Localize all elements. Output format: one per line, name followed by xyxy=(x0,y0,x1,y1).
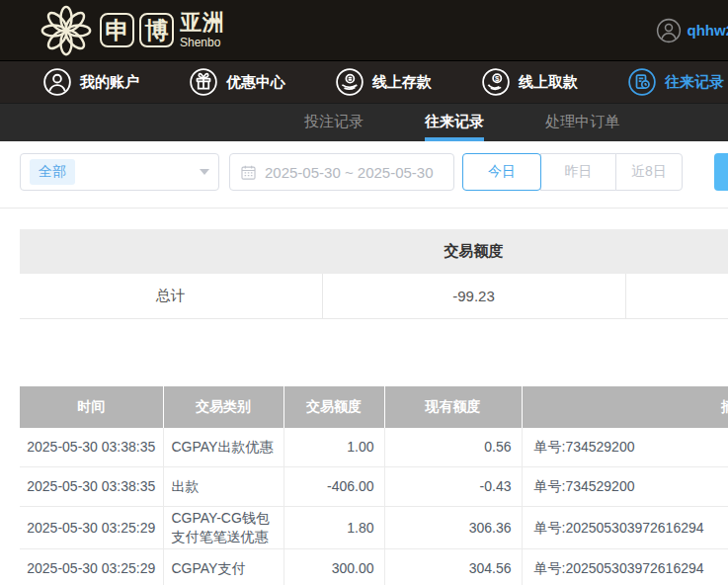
cell-time: 2025-05-30 03:25:29 xyxy=(20,507,163,549)
logo-char-shen: 申 xyxy=(100,13,134,47)
nav-item-promotions[interactable]: 优惠中心 xyxy=(189,67,285,97)
calendar-icon xyxy=(240,164,257,181)
records-table: 时间 交易类别 交易额度 现有额度 摘要 2025-05-30 03:38:35… xyxy=(20,386,728,585)
summary-total-amount: -99.23 xyxy=(322,274,625,318)
cell-balance: 306.36 xyxy=(384,507,522,549)
last-8-days-button[interactable]: 近8日 xyxy=(615,153,683,191)
cell-amount: -406.00 xyxy=(283,467,384,507)
tab-betting-records[interactable]: 投注记录 xyxy=(304,104,364,141)
cell-summary: 单号:734529200 xyxy=(522,428,728,467)
cell-summary: 单号:202505303972616294 xyxy=(522,507,728,549)
section-divider xyxy=(0,208,728,209)
cell-balance: 304.56 xyxy=(384,549,522,585)
flower-logo-icon xyxy=(38,2,95,59)
svg-text:$: $ xyxy=(495,74,500,83)
cell-amount: 1.00 xyxy=(283,428,384,467)
account-menu[interactable]: qhhw2 xyxy=(656,18,728,43)
cell-time: 2025-05-30 03:38:35 xyxy=(20,428,163,467)
cell-summary: 单号:734529200 xyxy=(522,467,728,507)
search-button[interactable] xyxy=(714,153,728,191)
main-nav: 我的账户 优惠中心 线上存款 $ 线上取款 xyxy=(0,61,728,104)
type-filter-select[interactable]: 全部 xyxy=(20,153,219,191)
col-balance: 现有额度 xyxy=(384,386,522,428)
selected-filter-chip: 全部 xyxy=(30,159,75,185)
logo-char-bo: 博 xyxy=(139,13,174,47)
cell-type: 出款 xyxy=(163,467,283,507)
col-summary: 摘要 xyxy=(522,386,728,428)
nav-item-label: 优惠中心 xyxy=(226,73,285,92)
table-row: 2025-05-30 03:25:29 CGPAY支付 300.00 304.5… xyxy=(20,549,728,585)
cell-balance: 0.56 xyxy=(384,428,522,467)
deposit-icon xyxy=(335,67,364,97)
summary-total-extra xyxy=(625,274,728,318)
summary-total-label: 总计 xyxy=(20,274,322,318)
sub-tab-bar: 投注记录 往来记录 处理中订单 xyxy=(0,104,728,141)
summary-header-blank-2 xyxy=(625,229,728,274)
summary-header-blank xyxy=(20,229,322,274)
records-icon xyxy=(627,67,657,97)
records-header-row: 时间 交易类别 交易额度 现有额度 摘要 xyxy=(20,386,728,428)
nav-item-deposit[interactable]: 线上存款 xyxy=(335,67,432,97)
nav-item-label: 线上存款 xyxy=(372,73,432,92)
cell-amount: 1.80 xyxy=(283,507,384,549)
cell-type: CGPAY出款优惠 xyxy=(163,428,283,467)
gift-icon xyxy=(189,67,218,97)
nav-item-label: 线上取款 xyxy=(519,73,578,92)
nav-item-transaction-records[interactable]: 往来记录 xyxy=(627,67,724,97)
summary-total-row: 总计 -99.23 xyxy=(20,274,728,318)
logo-wordmark: 亚洲 Shenbo xyxy=(180,12,225,48)
date-range-value: 2025-05-30 ~ 2025-05-30 xyxy=(265,164,434,181)
table-row: 2025-05-30 03:38:35 CGPAY出款优惠 1.00 0.56 … xyxy=(20,428,728,467)
cell-summary: 单号:202505303972616294 xyxy=(522,549,728,585)
logo-region-text: 亚洲 xyxy=(180,12,225,34)
today-button[interactable]: 今日 xyxy=(462,153,541,191)
withdraw-icon: $ xyxy=(481,67,511,97)
nav-item-withdraw[interactable]: $ 线上取款 xyxy=(481,67,578,97)
avatar-icon xyxy=(656,18,682,43)
tab-transaction-records[interactable]: 往来记录 xyxy=(425,104,484,141)
col-amount: 交易额度 xyxy=(283,386,384,428)
nav-item-label: 往来记录 xyxy=(665,73,724,92)
summary-header-row: 交易额度 xyxy=(20,229,728,274)
cell-amount: 300.00 xyxy=(283,549,384,585)
nav-item-my-account[interactable]: 我的账户 xyxy=(42,67,139,97)
table-row: 2025-05-30 03:25:29 CGPAY-CG钱包支付笔笔送优惠 1.… xyxy=(20,507,728,549)
quick-date-buttons: 今日 昨日 近8日 xyxy=(462,153,683,191)
tab-processing-orders[interactable]: 处理中订单 xyxy=(545,104,619,141)
cell-type: CGPAY支付 xyxy=(163,549,283,585)
cell-balance: -0.43 xyxy=(384,467,522,507)
user-icon xyxy=(42,67,72,97)
yesterday-button[interactable]: 昨日 xyxy=(540,153,616,191)
col-time: 时间 xyxy=(20,386,163,428)
summary-table: 交易额度 总计 -99.23 xyxy=(20,229,728,319)
cell-time: 2025-05-30 03:25:29 xyxy=(20,549,163,585)
logo-subtitle: Shenbo xyxy=(180,37,225,48)
date-range-input[interactable]: 2025-05-30 ~ 2025-05-30 xyxy=(229,153,454,191)
nav-item-label: 我的账户 xyxy=(80,73,139,92)
username: qhhw2 xyxy=(688,22,728,39)
filter-bar: 全部 2025-05-30 ~ 2025-05-30 今日 昨日 近8日 xyxy=(0,153,728,191)
table-row: 2025-05-30 03:38:35 出款 -406.00 -0.43 单号:… xyxy=(20,467,728,507)
summary-header-amount: 交易额度 xyxy=(322,229,625,274)
cell-type: CGPAY-CG钱包支付笔笔送优惠 xyxy=(163,507,283,549)
top-header: 申 博 亚洲 Shenbo qhhw2 xyxy=(0,0,728,61)
col-type: 交易类别 xyxy=(163,386,283,428)
chevron-down-icon xyxy=(200,169,209,175)
cell-time: 2025-05-30 03:38:35 xyxy=(20,467,163,507)
